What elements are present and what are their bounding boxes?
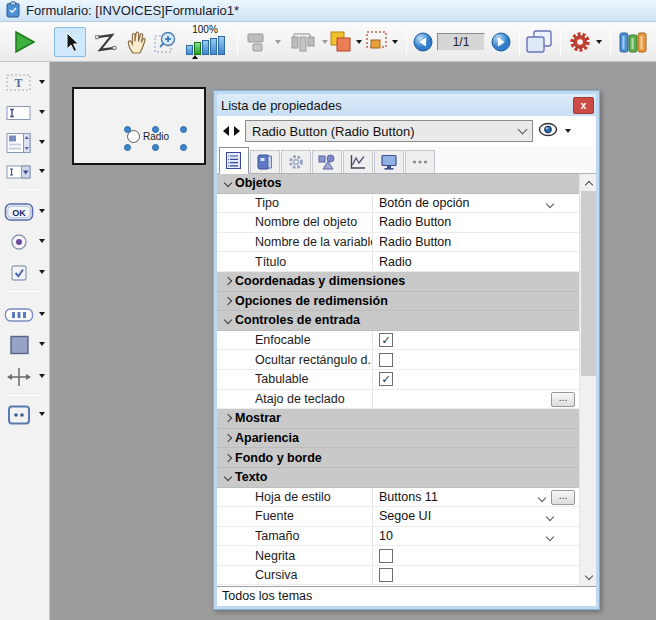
selection-handle[interactable] [152, 126, 159, 133]
next-object-icon[interactable] [234, 126, 240, 136]
align-dropdown-arrow[interactable] [275, 40, 281, 44]
ellipsis-button[interactable]: ... [551, 490, 575, 505]
object-selector-value: Radio Button (Radio Button) [252, 124, 415, 139]
nombre-objeto-value[interactable]: Radio Button [372, 213, 579, 232]
section-fondo-borde[interactable]: Fondo y borde [217, 448, 579, 468]
push-button-dropdown-arrow[interactable] [39, 209, 45, 213]
run-icon[interactable] [10, 28, 38, 56]
section-apariencia[interactable]: Apariencia [217, 429, 579, 449]
tab-more-ellipsis[interactable] [405, 150, 435, 173]
data-field-tool-icon[interactable] [3, 100, 35, 126]
combo-box-dropdown-arrow[interactable] [39, 169, 45, 173]
push-button-tool-icon[interactable]: OK [3, 199, 35, 225]
ocultar-rectangulo-checkbox[interactable] [379, 353, 393, 367]
tabulable-checkbox[interactable]: ✓ [379, 372, 393, 386]
selection-handle[interactable] [180, 144, 187, 151]
section-objetos[interactable]: Objetos [217, 174, 579, 194]
frame-tool-icon[interactable] [3, 332, 35, 358]
object-selector-dropdown[interactable]: Radio Button (Radio Button) [245, 120, 533, 142]
pan-tool-icon[interactable] [122, 28, 150, 56]
selection-handle[interactable] [124, 144, 131, 151]
select-objects-dropdown-arrow[interactable] [392, 40, 398, 44]
atajo-teclado-value[interactable]: ... [372, 390, 579, 409]
toolbar-separator [406, 29, 407, 55]
section-mostrar[interactable]: Mostrar [217, 409, 579, 429]
select-tool-icon[interactable] [54, 27, 86, 57]
custom-control-dropdown-arrow[interactable] [39, 412, 45, 416]
zoom-level-bars-icon[interactable] [182, 36, 228, 55]
arrange-objects-icon[interactable] [327, 28, 355, 56]
pages-overview-icon[interactable] [525, 28, 553, 56]
splitter-dropdown-arrow[interactable] [39, 374, 45, 378]
page-back-icon[interactable] [412, 28, 434, 56]
libraries-books-icon[interactable] [616, 28, 650, 56]
scrollbar-thumb[interactable] [581, 191, 596, 376]
tab-objects-shapes[interactable] [312, 150, 342, 173]
tamano-dropdown[interactable]: 10 [372, 527, 579, 546]
enfocable-checkbox[interactable]: ✓ [379, 333, 393, 347]
selection-handle[interactable] [152, 144, 159, 151]
section-label: Coordenadas y dimensiones [235, 274, 405, 288]
form-clipboard-icon [6, 1, 20, 21]
align-icon [243, 28, 271, 56]
hoja-estilo-dropdown[interactable]: Buttons 11... [372, 488, 579, 507]
zoom-tool-icon[interactable] [152, 28, 180, 56]
zoom-level-control[interactable]: 100% [182, 24, 228, 60]
section-controles-entrada[interactable]: Controles de entrada [217, 311, 579, 331]
toolbar-separator [237, 29, 238, 55]
visibility-eye-icon[interactable] [538, 122, 560, 141]
radio-button-tool-icon[interactable] [3, 229, 35, 255]
tab-chart[interactable] [343, 150, 373, 173]
static-text-dropdown-arrow[interactable] [39, 80, 45, 84]
select-objects-icon[interactable] [364, 28, 392, 56]
negrita-checkbox[interactable] [379, 549, 393, 563]
button-bar-tool-icon[interactable] [3, 302, 35, 328]
tab-settings-gear[interactable] [281, 150, 311, 173]
tab-order-tool-icon[interactable] [92, 28, 120, 56]
combo-box-tool-icon[interactable] [3, 159, 35, 185]
close-icon[interactable]: x [573, 97, 594, 114]
button-bar-dropdown-arrow[interactable] [39, 312, 45, 316]
form-canvas[interactable]: Radio [72, 87, 206, 165]
list-box-tool-icon[interactable] [3, 130, 35, 156]
custom-control-tool-icon[interactable] [3, 402, 35, 428]
tab-properties-list[interactable] [219, 147, 249, 174]
prev-object-icon[interactable] [223, 126, 229, 136]
arrange-dropdown-arrow[interactable] [356, 40, 362, 44]
static-text-tool-icon[interactable]: T [3, 70, 35, 96]
titulo-value[interactable]: Radio [372, 252, 579, 271]
page-forward-icon[interactable] [490, 28, 512, 56]
toolbar-separator [6, 395, 43, 396]
check-box-tool-icon[interactable] [3, 260, 35, 286]
grid-scrollbar[interactable] [579, 174, 596, 586]
fuente-dropdown[interactable]: Segoe UI [372, 507, 579, 526]
property-row-tamano: Tamaño 10 [217, 527, 579, 547]
data-field-dropdown-arrow[interactable] [39, 110, 45, 114]
section-coordenadas[interactable]: Coordenadas y dimensiones [217, 272, 579, 292]
ellipsis-button[interactable]: ... [551, 392, 575, 407]
nombre-variable-value[interactable]: Radio Button [372, 233, 579, 252]
visibility-dropdown-arrow[interactable] [565, 129, 571, 133]
section-label: Texto [235, 470, 267, 484]
selection-handle[interactable] [124, 126, 131, 133]
tab-events-book[interactable] [250, 150, 280, 173]
splitter-tool-icon[interactable] [3, 364, 35, 390]
settings-gear-icon[interactable] [566, 28, 594, 56]
window-titlebar[interactable]: Formulario: [INVOICES]Formulario1* [0, 0, 656, 22]
cursiva-checkbox[interactable] [379, 568, 393, 582]
radio-button-dropdown-arrow[interactable] [39, 239, 45, 243]
frame-dropdown-arrow[interactable] [39, 342, 45, 346]
properties-panel-titlebar[interactable]: Lista de propiedades x [217, 94, 596, 116]
scroll-up-icon[interactable] [580, 174, 596, 191]
property-row-nombre-variable: Nombre de la variable Radio Button [217, 233, 579, 253]
selection-handle[interactable] [180, 126, 187, 133]
tab-display-monitor[interactable] [374, 150, 404, 173]
check-box-dropdown-arrow[interactable] [39, 270, 45, 274]
list-box-dropdown-arrow[interactable] [39, 140, 45, 144]
section-redimension[interactable]: Opciones de redimensión [217, 292, 579, 312]
scroll-down-icon[interactable] [580, 569, 596, 586]
tipo-value-dropdown[interactable]: Botón de opción [372, 194, 579, 213]
property-row-cursiva: Cursiva [217, 566, 579, 586]
section-texto[interactable]: Texto [217, 468, 579, 488]
settings-dropdown-arrow[interactable] [596, 40, 602, 44]
